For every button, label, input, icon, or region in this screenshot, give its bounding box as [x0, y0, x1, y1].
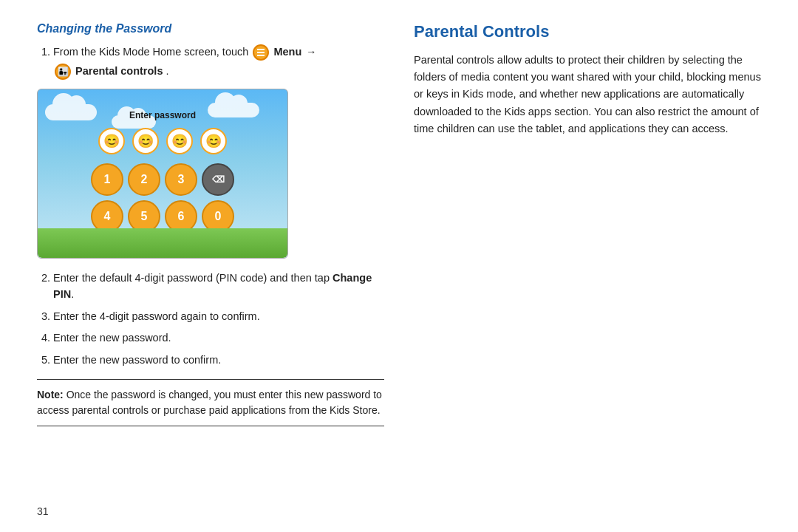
left-section-title: Changing the Password	[37, 22, 384, 35]
step-5: Enter the new password to confirm.	[53, 352, 384, 369]
menu-icon	[253, 44, 269, 61]
right-column: Parental Controls Parental controls allo…	[414, 22, 761, 510]
steps-list: From the Kids Mode Home screen, touch Me…	[37, 44, 384, 80]
enter-password-label: Enter password	[129, 110, 196, 120]
key-3[interactable]: 3	[165, 163, 197, 196]
note-text: Once the password is changed, you must e…	[37, 389, 382, 416]
step-3: Enter the 4-digit password again to conf…	[53, 309, 384, 325]
step-1-text: From the Kids Mode Home screen, touch Me…	[53, 46, 318, 58]
screenshot-box: Enter password 😊 😊 😊 😊 1 2 3 ⌫ 4 5 6 0 7…	[37, 89, 288, 259]
cloud-1	[45, 104, 97, 120]
parental-icon: 👨‍👧	[55, 64, 71, 80]
face-icon-3: 😊	[166, 128, 193, 154]
menu-icon-lines	[257, 49, 265, 56]
step-4: Enter the new password.	[53, 330, 384, 347]
parental-controls-paragraph: Parental controls allow adults to protec…	[414, 52, 761, 137]
parental-label: Parental controls	[75, 64, 163, 80]
grass	[38, 228, 287, 258]
menu-line-1	[257, 49, 265, 50]
page-number: 31	[37, 505, 49, 517]
menu-line-2	[257, 52, 265, 53]
key-backspace[interactable]: ⌫	[202, 163, 234, 196]
face-icon-4: 😊	[200, 128, 227, 154]
face-icons-row: 😊 😊 😊 😊	[98, 128, 227, 154]
cloud-3	[208, 103, 259, 117]
step-2: Enter the default 4-digit password (PIN …	[53, 270, 384, 303]
page-container: Changing the Password From the Kids Mode…	[0, 0, 798, 532]
steps-2-5-list: Enter the default 4-digit password (PIN …	[37, 270, 384, 369]
arrow-icon: →	[306, 46, 316, 58]
menu-label: Menu	[273, 46, 301, 58]
left-column: Changing the Password From the Kids Mode…	[37, 22, 384, 510]
step-1-parental-item: 👨‍👧 Parental controls.	[53, 64, 384, 80]
face-icon-1: 😊	[98, 128, 125, 154]
right-section-title: Parental Controls	[414, 22, 761, 41]
step-1-before-menu: From the Kids Mode Home screen, touch	[53, 46, 248, 58]
key-2[interactable]: 2	[128, 163, 160, 196]
step-1: From the Kids Mode Home screen, touch Me…	[53, 44, 384, 80]
menu-line-3	[257, 55, 265, 56]
step-5-text: Enter the new password to confirm.	[53, 354, 221, 366]
step-2-before-bold: Enter the default 4-digit password (PIN …	[53, 272, 330, 284]
note-box: Note: Once the password is changed, you …	[37, 379, 384, 426]
note-label: Note:	[37, 389, 64, 400]
key-1[interactable]: 1	[91, 163, 123, 196]
step-3-text: Enter the 4-digit password again to conf…	[53, 310, 260, 322]
step-4-text: Enter the new password.	[53, 332, 171, 344]
step-2-after: .	[71, 288, 74, 300]
face-icon-2: 😊	[132, 128, 159, 154]
step-2-text: Enter the default 4-digit password (PIN …	[53, 272, 372, 300]
